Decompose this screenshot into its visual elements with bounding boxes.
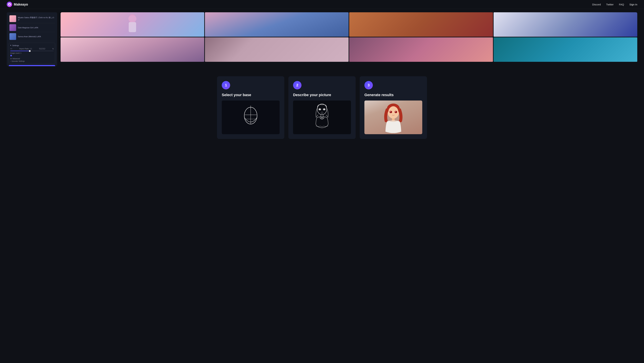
arrows-icon: ⇅ xyxy=(52,48,54,50)
hero-section: Miyako Saitou 齊藤都子 | Oshi no Ko 推しの子 Dar… xyxy=(0,9,644,66)
generate-button[interactable]: Generate [Ctrl+Enter] xyxy=(9,65,55,66)
step-3-badge: 3 xyxy=(364,81,373,89)
svg-point-21 xyxy=(390,112,391,112)
step-1-title: Select your base xyxy=(222,93,280,97)
aspect-ratio-row: <> Aspect Ratio: 1:1 512,512 ⇅ xyxy=(10,48,54,50)
sidebar-thumb-dark-magician xyxy=(10,24,16,31)
nav-discord[interactable]: Discord xyxy=(592,3,601,6)
upscaler-row[interactable]: › Upscaler Settings xyxy=(10,60,54,62)
aspect-slider[interactable] xyxy=(10,51,54,51)
gallery-image-6[interactable] xyxy=(205,37,348,62)
count-dot xyxy=(10,55,12,56)
svg-point-12 xyxy=(324,109,325,110)
slider-thumb xyxy=(29,50,30,52)
sidebar-item-dark-magician[interactable]: Dark Magician Girl LoRA xyxy=(9,23,55,32)
svg-point-2 xyxy=(128,15,136,22)
anime-char-6 xyxy=(205,37,348,62)
gallery-image-5[interactable] xyxy=(60,37,204,62)
svg-point-22 xyxy=(395,112,396,112)
step-2-image xyxy=(293,101,351,134)
svg-point-19 xyxy=(390,111,392,113)
step-1-badge: 1 xyxy=(222,81,230,89)
brand-logo-container[interactable]: Makeayo xyxy=(7,2,28,7)
anime-char-7 xyxy=(349,37,493,62)
advanced-row[interactable]: ⚙ Advanced xyxy=(10,58,54,60)
chevron-right-icon: › xyxy=(10,60,11,62)
gallery-image-2[interactable] xyxy=(205,12,348,37)
brand-name-text: Makeayo xyxy=(14,3,28,7)
settings-header: ▾ Settings xyxy=(10,44,54,47)
step-3-image xyxy=(364,101,422,134)
navbar: Makeayo Discord Twitter FAQ Sign In xyxy=(0,0,644,9)
step-1-image xyxy=(222,101,280,134)
anime-char-3 xyxy=(349,12,493,37)
anime-char-2 xyxy=(205,12,348,37)
svg-point-11 xyxy=(319,109,320,110)
step-3-title: Generate results xyxy=(364,93,422,97)
sidebar-thumb-miyako xyxy=(10,15,16,22)
sidebar-thumb-samus xyxy=(10,33,16,40)
slider-fill xyxy=(10,51,30,51)
sidebar-label-miyako: Miyako Saitou 齊藤都子 | Oshi no Ko 推しの子 xyxy=(18,16,54,21)
sidebar-item-miyako[interactable]: Miyako Saitou 齊藤都子 | Oshi no Ko 推しの子 xyxy=(9,14,55,23)
sidebar-item-samus[interactable]: Samus Aran (Metroid) LoRA xyxy=(9,32,55,41)
nav-faq[interactable]: FAQ xyxy=(619,3,624,6)
anime-char-8 xyxy=(494,37,637,62)
gallery-image-3[interactable] xyxy=(349,12,493,37)
anime-char-1 xyxy=(60,12,204,37)
step-card-3: 3 Generate results xyxy=(360,76,427,139)
settings-panel: ▾ Settings <> Aspect Ratio: 1:1 512,512 … xyxy=(9,43,55,64)
sidebar-label-samus: Samus Aran (Metroid) LoRA xyxy=(18,35,54,38)
sidebar-preview: Miyako Saitou 齊藤都子 | Oshi no Ko 推しの子 Dar… xyxy=(7,12,57,66)
gear-icon: ⚙ xyxy=(10,58,12,60)
nav-links: Discord Twitter FAQ Sign In xyxy=(592,3,637,6)
brand-logo-icon xyxy=(7,2,12,7)
steps-section: 1 Select your base 2 Describe your pict xyxy=(0,66,644,146)
anime-char-4 xyxy=(494,12,637,37)
gallery-image-4[interactable] xyxy=(494,12,637,37)
sidebar-label-dark-magician: Dark Magician Girl LoRA xyxy=(18,27,54,29)
gallery-image-1[interactable] xyxy=(60,12,204,37)
nav-twitter[interactable]: Twitter xyxy=(606,3,614,6)
step-card-1: 1 Select your base xyxy=(217,76,284,139)
signin-button[interactable]: Sign In xyxy=(629,3,637,6)
code-icon: <> xyxy=(10,48,12,50)
anime-char-5 xyxy=(60,37,204,62)
gallery-image-7[interactable] xyxy=(349,37,493,62)
svg-rect-1 xyxy=(129,22,136,32)
gallery-preview xyxy=(60,12,637,66)
step-2-badge: 2 xyxy=(293,81,302,89)
image-count-row: Image count: 1 xyxy=(10,52,54,57)
gallery-image-8[interactable] xyxy=(494,37,637,62)
step-2-title: Describe your picture xyxy=(293,93,351,97)
svg-point-20 xyxy=(395,111,397,113)
step-card-2: 2 Describe your picture xyxy=(288,76,356,139)
chevron-down-icon: ▾ xyxy=(10,44,11,47)
